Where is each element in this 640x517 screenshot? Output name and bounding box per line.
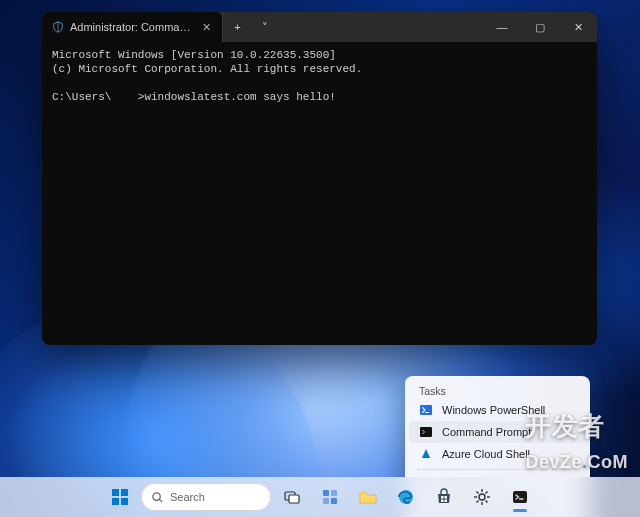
- command-prompt-icon: [419, 425, 433, 439]
- windows-logo-icon: [111, 488, 129, 506]
- search-icon: [151, 491, 164, 504]
- taskbar-explorer[interactable]: [351, 480, 385, 514]
- minimize-button[interactable]: —: [483, 12, 521, 42]
- taskbar-settings[interactable]: [465, 480, 499, 514]
- tab-close-button[interactable]: ✕: [198, 21, 214, 34]
- terminal-output[interactable]: Microsoft Windows [Version 10.0.22635.35…: [42, 42, 597, 345]
- svg-rect-31: [513, 491, 527, 503]
- svg-line-28: [486, 501, 488, 503]
- window-titlebar[interactable]: Administrator: Command Pro ✕ + ˅ — ▢ ✕: [42, 12, 597, 42]
- maximize-button[interactable]: ▢: [521, 12, 559, 42]
- svg-line-29: [486, 492, 488, 494]
- titlebar-drag-region[interactable]: [278, 12, 483, 42]
- azure-icon: [419, 447, 433, 461]
- widgets-icon: [321, 488, 339, 506]
- svg-line-27: [477, 492, 479, 494]
- svg-rect-18: [441, 496, 444, 499]
- start-button[interactable]: [103, 480, 137, 514]
- tab-dropdown-button[interactable]: ˅: [252, 12, 278, 42]
- taskbar-task-view[interactable]: [275, 480, 309, 514]
- jump-list-section-header: Tasks: [409, 382, 586, 399]
- svg-rect-13: [331, 490, 337, 496]
- svg-rect-6: [112, 498, 119, 505]
- taskbar-store[interactable]: [427, 480, 461, 514]
- powershell-icon: [419, 403, 433, 417]
- svg-line-30: [477, 501, 479, 503]
- svg-rect-4: [112, 489, 119, 496]
- new-tab-button[interactable]: +: [222, 12, 252, 42]
- store-icon: [435, 488, 453, 506]
- svg-rect-7: [121, 498, 128, 505]
- svg-rect-5: [121, 489, 128, 496]
- search-placeholder: Search: [170, 491, 205, 503]
- svg-rect-11: [289, 495, 299, 503]
- svg-rect-16: [360, 491, 366, 494]
- file-explorer-icon: [358, 488, 378, 506]
- taskbar-widgets[interactable]: [313, 480, 347, 514]
- edge-icon: [397, 488, 415, 506]
- tab-command-prompt[interactable]: Administrator: Command Pro ✕: [42, 12, 222, 42]
- svg-rect-19: [445, 496, 448, 499]
- task-view-icon: [283, 488, 301, 506]
- close-window-button[interactable]: ✕: [559, 12, 597, 42]
- taskbar-search[interactable]: Search: [141, 483, 271, 511]
- tab-title: Administrator: Command Pro: [70, 21, 192, 33]
- terminal-window: Administrator: Command Pro ✕ + ˅ — ▢ ✕ M…: [42, 12, 597, 345]
- gear-icon: [473, 488, 491, 506]
- svg-rect-21: [445, 500, 448, 503]
- taskbar-edge[interactable]: [389, 480, 423, 514]
- admin-shield-icon: [52, 21, 64, 33]
- terminal-app-icon: [511, 488, 529, 506]
- svg-rect-14: [323, 498, 329, 504]
- svg-rect-20: [441, 500, 444, 503]
- watermark-text: 开发者 DevZe.CoM: [525, 409, 628, 475]
- svg-rect-12: [323, 490, 329, 496]
- svg-line-9: [159, 499, 162, 502]
- svg-point-8: [153, 492, 160, 499]
- taskbar-terminal[interactable]: [503, 480, 537, 514]
- taskbar: Search: [0, 477, 640, 517]
- svg-rect-15: [331, 498, 337, 504]
- jump-item-label: Command Prompt: [442, 426, 531, 438]
- svg-point-22: [479, 494, 485, 500]
- svg-rect-0: [420, 405, 432, 415]
- jump-item-label: Azure Cloud Shell: [442, 448, 530, 460]
- svg-rect-1: [420, 427, 432, 437]
